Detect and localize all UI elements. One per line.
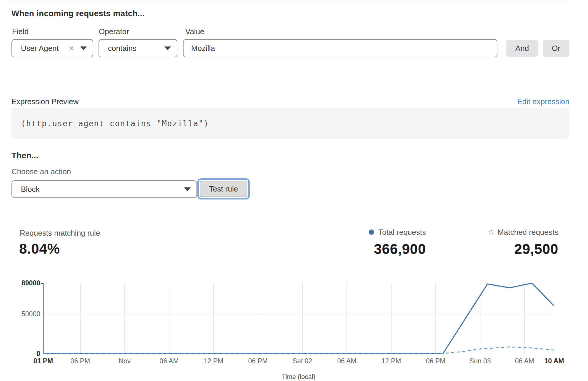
chart-x-axis-title: Time (local) xyxy=(269,373,328,381)
edit-expression-link[interactable]: Edit expression xyxy=(517,97,569,106)
value-label: Value xyxy=(185,27,204,36)
matched-requests-value: 29,500 xyxy=(489,241,558,257)
total-requests-legend[interactable]: Total requests xyxy=(369,228,426,236)
field-selected-value: User Agent xyxy=(21,44,69,53)
chart-y-tick-label: 50000 xyxy=(8,310,40,318)
chart-x-tick-label: 06 PM xyxy=(60,357,101,365)
chart-y-axis-top-tick xyxy=(41,283,43,284)
expression-preview-label: Expression Preview xyxy=(11,97,79,106)
or-button[interactable]: Or xyxy=(543,40,569,57)
chart-x-tick-label: 06 PM xyxy=(237,357,279,365)
value-input[interactable] xyxy=(184,40,497,57)
chart-series-line-total-requests xyxy=(43,283,554,353)
solid-dot-icon xyxy=(369,229,374,235)
expression-code: (http.user_agent contains "Mozilla") xyxy=(21,119,209,128)
clear-field-icon[interactable]: × xyxy=(69,44,74,52)
chart-x-tick-label: 12 PM xyxy=(371,357,412,365)
section-title-when: When incoming requests match... xyxy=(11,9,145,18)
chart-series-line-matched-requests xyxy=(43,347,554,354)
total-requests-value: 366,900 xyxy=(369,241,426,257)
action-select[interactable]: Block xyxy=(11,180,197,198)
caret-down-icon xyxy=(164,46,171,50)
chart-x-tick-label: 12 PM xyxy=(193,357,234,365)
matched-requests-label: Matched requests xyxy=(497,228,558,237)
caret-down-icon xyxy=(80,46,87,50)
dashed-circle-icon xyxy=(489,230,493,234)
operator-selected-value: contains xyxy=(108,44,164,53)
action-selected-value: Block xyxy=(21,185,184,194)
choose-action-label: Choose an action xyxy=(11,167,71,176)
requests-matching-value: 8.04% xyxy=(19,241,60,257)
operator-label: Operator xyxy=(99,27,129,36)
total-requests-label: Total requests xyxy=(378,228,426,237)
value-input-wrap xyxy=(183,39,497,57)
chart-x-tick-label: 10 AM xyxy=(534,357,575,365)
chart-x-tick-label: Nov xyxy=(104,357,145,365)
requests-matching-label: Requests matching rule xyxy=(20,229,100,238)
chart-x-tick-label: 01 PM xyxy=(23,357,64,365)
chart-x-tick-label: 06 AM xyxy=(326,357,367,365)
test-rule-button[interactable]: Test rule xyxy=(200,181,247,197)
caret-down-icon xyxy=(184,187,191,191)
requests-line-chart xyxy=(43,283,554,354)
firewall-rule-builder-page: When incoming requests match... Field Op… xyxy=(0,0,588,381)
chart-x-tick-label: Sun 03 xyxy=(459,357,501,365)
chart-y-tick-label: 89000 xyxy=(8,279,40,287)
chart-x-tick-label: 06 PM xyxy=(415,357,456,365)
field-label: Field xyxy=(12,27,29,36)
and-button[interactable]: And xyxy=(506,40,538,57)
total-requests-stat: Total requests 366,900 xyxy=(369,228,426,257)
matched-requests-legend[interactable]: Matched requests xyxy=(489,228,558,236)
top-divider xyxy=(11,1,569,1)
matched-requests-stat: Matched requests 29,500 xyxy=(489,228,558,257)
chart-x-tick-label: Sat 02 xyxy=(282,357,323,365)
section-title-then: Then... xyxy=(11,151,39,160)
field-select[interactable]: User Agent × xyxy=(11,39,93,57)
chart-y-tick-label: 0 xyxy=(8,350,40,358)
operator-select[interactable]: contains xyxy=(99,39,177,57)
test-rule-focus-ring: Test rule xyxy=(197,178,250,199)
chart-x-tick-label: 06 AM xyxy=(149,357,190,365)
